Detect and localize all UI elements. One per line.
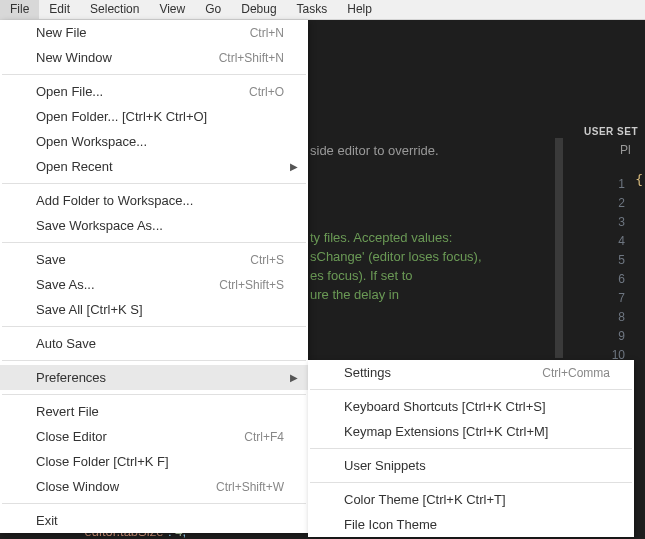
menubar-selection[interactable]: Selection <box>80 0 149 19</box>
file-menu-open-workspace[interactable]: Open Workspace... <box>0 129 308 154</box>
menu-separator <box>2 74 306 75</box>
file-menu-save-all-ctrl-k-s[interactable]: Save All [Ctrl+K S] <box>0 297 308 322</box>
menu-item-label: Close Window <box>36 479 119 494</box>
menu-item-shortcut: Ctrl+Shift+W <box>216 480 284 494</box>
code-line: ure the delay in <box>310 285 482 304</box>
menu-item-label: Exit <box>36 513 58 528</box>
menu-item-label: New Window <box>36 50 112 65</box>
file-menu: New FileCtrl+NNew WindowCtrl+Shift+NOpen… <box>0 20 308 533</box>
code-line: sChange' (editor loses focus), <box>310 247 482 266</box>
menu-separator <box>2 394 306 395</box>
menu-item-label: Keyboard Shortcuts [Ctrl+K Ctrl+S] <box>344 399 546 414</box>
menu-item-label: Open File... <box>36 84 103 99</box>
line-number: 5 <box>580 251 625 270</box>
line-number: 4 <box>580 232 625 251</box>
editor-hint: side editor to override. <box>310 143 439 158</box>
menu-separator <box>2 183 306 184</box>
menu-item-label: User Snippets <box>344 458 426 473</box>
menu-separator <box>310 482 632 483</box>
file-menu-open-folder-ctrl-k-ctrl-o[interactable]: Open Folder... [Ctrl+K Ctrl+O] <box>0 104 308 129</box>
file-menu-exit[interactable]: Exit <box>0 508 308 533</box>
right-panel: USER SET Pl 1234567891011 <box>580 120 645 384</box>
line-number: 3 <box>580 213 625 232</box>
line-number: 9 <box>580 327 625 346</box>
menu-item-shortcut: Ctrl+Comma <box>542 366 610 380</box>
file-menu-new-window[interactable]: New WindowCtrl+Shift+N <box>0 45 308 70</box>
menubar-file[interactable]: File <box>0 0 39 19</box>
file-menu-new-file[interactable]: New FileCtrl+N <box>0 20 308 45</box>
line-numbers: 1234567891011 <box>580 157 645 384</box>
file-menu-preferences[interactable]: Preferences▶ <box>0 365 308 390</box>
menu-item-label: Open Workspace... <box>36 134 147 149</box>
menu-item-shortcut: Ctrl+Shift+N <box>219 51 284 65</box>
menu-item-shortcut: Ctrl+F4 <box>244 430 284 444</box>
line-number: 6 <box>580 270 625 289</box>
line-number: 8 <box>580 308 625 327</box>
pref-menu-color-theme-ctrl-k-ctrl-t[interactable]: Color Theme [Ctrl+K Ctrl+T] <box>308 487 634 512</box>
preferences-submenu: SettingsCtrl+CommaKeyboard Shortcuts [Ct… <box>308 360 634 537</box>
file-menu-close-window[interactable]: Close WindowCtrl+Shift+W <box>0 474 308 499</box>
code-line: es focus). If set to <box>310 266 482 285</box>
brace: { <box>635 172 643 187</box>
menu-separator <box>2 242 306 243</box>
line-number: 7 <box>580 289 625 308</box>
menu-item-label: Close Folder [Ctrl+K F] <box>36 454 169 469</box>
menu-separator <box>310 448 632 449</box>
menu-item-label: Open Recent <box>36 159 113 174</box>
code-line: ty files. Accepted values: <box>310 228 482 247</box>
menu-item-label: Add Folder to Workspace... <box>36 193 193 208</box>
menu-item-label: Keymap Extensions [Ctrl+K Ctrl+M] <box>344 424 548 439</box>
menu-item-label: Preferences <box>36 370 106 385</box>
file-menu-save-workspace-as[interactable]: Save Workspace As... <box>0 213 308 238</box>
file-menu-auto-save[interactable]: Auto Save <box>0 331 308 356</box>
menubar-debug[interactable]: Debug <box>231 0 286 19</box>
pref-menu-file-icon-theme[interactable]: File Icon Theme <box>308 512 634 537</box>
menubar-tasks[interactable]: Tasks <box>287 0 338 19</box>
menubar: FileEditSelectionViewGoDebugTasksHelp <box>0 0 645 20</box>
file-menu-open-file[interactable]: Open File...Ctrl+O <box>0 79 308 104</box>
menu-item-label: Open Folder... [Ctrl+K Ctrl+O] <box>36 109 207 124</box>
menubar-help[interactable]: Help <box>337 0 382 19</box>
menu-item-label: File Icon Theme <box>344 517 437 532</box>
menubar-view[interactable]: View <box>149 0 195 19</box>
menu-item-label: Revert File <box>36 404 99 419</box>
chevron-right-icon: ▶ <box>290 372 298 383</box>
chevron-right-icon: ▶ <box>290 161 298 172</box>
menu-item-label: Save As... <box>36 277 95 292</box>
menu-item-label: Auto Save <box>36 336 96 351</box>
menu-item-label: New File <box>36 25 87 40</box>
file-menu-save[interactable]: SaveCtrl+S <box>0 247 308 272</box>
menu-item-label: Save All [Ctrl+K S] <box>36 302 143 317</box>
menu-separator <box>2 503 306 504</box>
menubar-go[interactable]: Go <box>195 0 231 19</box>
pref-menu-user-snippets[interactable]: User Snippets <box>308 453 634 478</box>
menu-item-label: Save <box>36 252 66 267</box>
menubar-edit[interactable]: Edit <box>39 0 80 19</box>
menu-item-label: Close Editor <box>36 429 107 444</box>
file-menu-close-folder-ctrl-k-f[interactable]: Close Folder [Ctrl+K F] <box>0 449 308 474</box>
file-menu-revert-file[interactable]: Revert File <box>0 399 308 424</box>
menu-item-label: Settings <box>344 365 391 380</box>
user-settings-title: USER SET <box>580 120 645 143</box>
menu-separator <box>2 326 306 327</box>
right-hint: Pl <box>580 143 645 157</box>
file-menu-save-as[interactable]: Save As...Ctrl+Shift+S <box>0 272 308 297</box>
editor-code: ty files. Accepted values:sChange' (edit… <box>310 228 482 304</box>
pref-menu-keymap-extensions-ctrl-k-ctrl-m[interactable]: Keymap Extensions [Ctrl+K Ctrl+M] <box>308 419 634 444</box>
menu-item-label: Color Theme [Ctrl+K Ctrl+T] <box>344 492 506 507</box>
menu-item-shortcut: Ctrl+O <box>249 85 284 99</box>
file-menu-open-recent[interactable]: Open Recent▶ <box>0 154 308 179</box>
line-number: 2 <box>580 194 625 213</box>
file-menu-add-folder-to-workspace[interactable]: Add Folder to Workspace... <box>0 188 308 213</box>
pref-menu-keyboard-shortcuts-ctrl-k-ctrl-s[interactable]: Keyboard Shortcuts [Ctrl+K Ctrl+S] <box>308 394 634 419</box>
menu-item-shortcut: Ctrl+N <box>250 26 284 40</box>
file-menu-close-editor[interactable]: Close EditorCtrl+F4 <box>0 424 308 449</box>
menu-separator <box>2 360 306 361</box>
menu-item-shortcut: Ctrl+Shift+S <box>219 278 284 292</box>
pref-menu-settings[interactable]: SettingsCtrl+Comma <box>308 360 634 385</box>
scrollbar[interactable] <box>555 138 563 358</box>
menu-separator <box>310 389 632 390</box>
menu-item-shortcut: Ctrl+S <box>250 253 284 267</box>
menu-item-label: Save Workspace As... <box>36 218 163 233</box>
line-number: 1 <box>580 175 625 194</box>
